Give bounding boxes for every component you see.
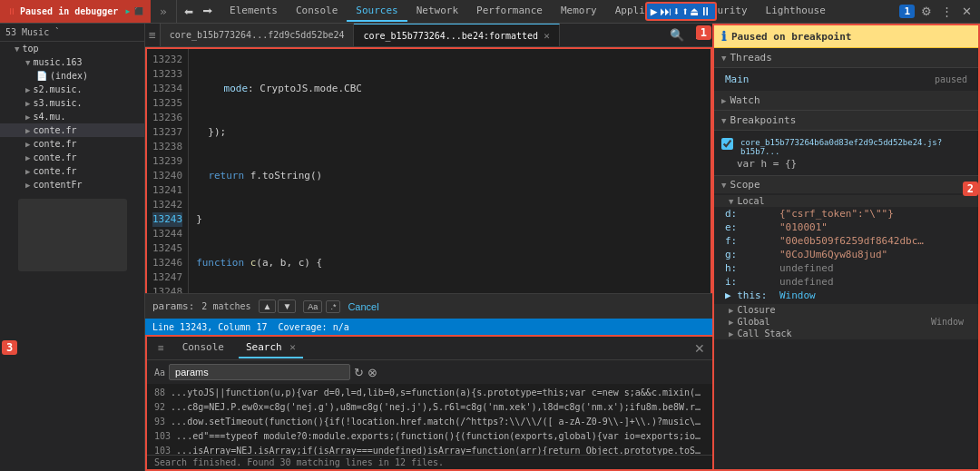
tree-item-conte2[interactable]: ▶ conte.fr — [0, 137, 144, 151]
thread-name: Main — [725, 74, 750, 85]
bp-chevron: ▼ — [721, 116, 726, 125]
regex-btn[interactable]: .* — [326, 300, 340, 313]
more-icon[interactable]: ⋮ — [938, 4, 956, 19]
top-bar: ⏸ Paused in debugger ▶ ⬛ » ⬅ ⮕ Elements … — [0, 0, 980, 24]
tree-item-conte4[interactable]: ▶ conte.fr — [0, 164, 144, 178]
bottom-panel: ≡ Console Search ✕ ✕ Aa ↻ ⊗ — [145, 335, 712, 471]
threads-label: Threads — [730, 52, 771, 64]
search-input[interactable] — [169, 364, 350, 380]
code-search-bar: params: 2 matches ▲ ▼ Aa .* Cancel — [145, 293, 712, 319]
threads-section: ▼ Threads Main paused — [714, 48, 978, 91]
close-devtools-icon[interactable]: ✕ — [959, 4, 975, 19]
threads-chevron: ▼ — [721, 54, 726, 63]
threads-header[interactable]: ▼ Threads — [714, 48, 978, 68]
tree-label: contentFr — [33, 180, 82, 190]
scope-header[interactable]: ▼ Scope — [714, 176, 978, 193]
bp-label: Breakpoints — [730, 114, 796, 126]
settings-icon[interactable]: ⚙ — [918, 4, 935, 19]
scope-f: f:"00e0b509f6259df8642dbc35620147df22677… — [714, 234, 978, 248]
scope-this[interactable]: ▶ this:Window — [714, 289, 978, 302]
code-line: } — [196, 212, 703, 227]
folder-icon: ▶ — [25, 126, 30, 135]
callstack-label: Call Stack — [737, 329, 791, 339]
tab-console[interactable]: Console — [287, 1, 347, 22]
search-clear-icon[interactable]: ⊗ — [368, 366, 377, 379]
code-content[interactable]: mode: CryptoJS.mode.CBC }); return f.toS… — [189, 49, 710, 293]
line-numbers: 13232 13233 13234 13235 13236 13237 1323… — [147, 49, 189, 293]
bottom-expand-icon[interactable]: ≡ — [154, 342, 168, 354]
tree-item-conte3[interactable]: ▶ conte.fr — [0, 151, 144, 164]
scope-h: h:undefined — [714, 261, 978, 275]
editor-tab-formatted[interactable]: core_b15b773264...be24:formatted ✕ — [354, 24, 559, 46]
result-line-88[interactable]: 88 ...ytoJS||function(u,p){var d=0,l=d,l… — [147, 386, 712, 400]
result-line-92[interactable]: 92 ...c8g=NEJ.P.ew0x=c8g('nej.g'),u8m=c8… — [147, 400, 712, 415]
breakpoint-detail: core_b15b773264b6a0d83ef2d9c5dd52be24.js… — [737, 136, 971, 170]
breakpoint-checkbox[interactable] — [721, 138, 733, 150]
center-area: ≡ core_b15b773264...f2d9c5dd52be24 core_… — [145, 24, 712, 471]
closure-header[interactable]: ▶ Closure — [714, 304, 978, 316]
folder-chevron: ▼ — [15, 44, 19, 54]
tree-label: s3.music. — [33, 98, 82, 108]
local-header[interactable]: ▼ Local — [714, 195, 978, 207]
search-tab-close-icon[interactable]: ✕ — [289, 341, 296, 353]
search-prev-btn[interactable]: ▲ — [259, 299, 277, 313]
tab-elements[interactable]: Elements — [220, 1, 287, 22]
search-in-file-icon[interactable]: 🔍 — [667, 27, 687, 43]
search-input-row: Aa ↻ ⊗ — [147, 360, 712, 384]
watch-header[interactable]: ▶ Watch — [714, 91, 978, 111]
callstack-header[interactable]: ▶ Call Stack — [714, 328, 978, 339]
search-next-btn[interactable]: ▼ — [278, 299, 296, 313]
folder-chevron: ▼ — [25, 58, 30, 67]
paused-label: Paused on breakpoint — [731, 31, 851, 43]
breakpoints-content: core_b15b773264b6a0d83ef2d9c5dd52be24.js… — [714, 131, 978, 175]
tree-item-index[interactable]: 📄 (index) — [0, 69, 144, 83]
tree-label: s2.music. — [33, 84, 82, 94]
scope-chevron: ▼ — [721, 181, 726, 190]
tab-close-icon[interactable]: ✕ — [544, 30, 550, 42]
tree-item-top[interactable]: ▼ top — [0, 42, 144, 55]
expand-btn[interactable]: » — [151, 5, 176, 18]
scope-d: d:{"csrf_token":"\""} — [714, 207, 978, 221]
bottom-tab-search[interactable]: Search ✕ — [239, 338, 303, 358]
tree-item-s4[interactable]: ▶ s4.mu. — [0, 110, 144, 123]
close-bottom-panel-btn[interactable]: ✕ — [694, 341, 705, 356]
scope-label: Scope — [730, 179, 760, 191]
result-line-93[interactable]: 93 ...dow.setTimeout(function(){if(!loca… — [147, 415, 712, 429]
breakpoints-header[interactable]: ▼ Breakpoints — [714, 111, 978, 131]
tree-item-s3[interactable]: ▶ s3.music. — [0, 96, 144, 110]
tab-memory[interactable]: Memory — [552, 1, 606, 22]
play-pause-controls[interactable]: ▶ ⏭ ⬇ ⬆ ⏏ ⏸ — [645, 2, 717, 21]
paused-label: Paused in debugger — [20, 6, 118, 16]
editor-tab-minified[interactable]: core_b15b773264...f2d9c5dd52be24 — [161, 24, 355, 46]
expand-panel-icon[interactable]: ≡ — [145, 28, 160, 42]
global-header[interactable]: ▶ Global Window — [714, 316, 978, 328]
cursor-position: Line 13243, Column 17 — [152, 322, 267, 332]
folder-icon: ▶ — [25, 99, 30, 108]
tab-performance[interactable]: Performance — [467, 1, 552, 22]
search-refresh-icon[interactable]: ↻ — [354, 366, 364, 379]
tab-network[interactable]: Network — [407, 1, 467, 22]
result-line-103b[interactable]: 103 ...isArray=NEJ.isArray;if(isArray===… — [147, 444, 712, 455]
tree-item-music163[interactable]: ▼ music.163 — [0, 55, 144, 69]
folder-icon: ▶ — [25, 140, 30, 149]
result-line-103a[interactable]: 103 ...ed"===typeof module?0:module.expo… — [147, 429, 712, 444]
scope-e: e:"010001" — [714, 221, 978, 234]
info-icon: ℹ — [721, 29, 726, 44]
tree-item-conte1[interactable]: ▶ conte.fr — [0, 123, 144, 137]
bottom-tab-console[interactable]: Console — [175, 338, 231, 358]
paused-header: ℹ Paused on breakpoint — [714, 25, 978, 48]
file-thumbnail — [18, 199, 127, 271]
file-tree-sidebar: 53 Music ` ▼ top ▼ music.163 📄 (index) ▶… — [0, 24, 145, 471]
case-sensitive-btn[interactable]: Aa — [303, 300, 322, 313]
tree-item-s2[interactable]: ▶ s2.music. — [0, 83, 144, 96]
search-match-count: 2 matches — [201, 301, 250, 311]
search-panel: Aa ↻ ⊗ 88 ...ytoJS||function(u,p){var d=… — [147, 360, 712, 469]
tree-item-contentfr[interactable]: ▶ contentFr — [0, 178, 144, 191]
tab-lighthouse[interactable]: Lighthouse — [757, 1, 835, 22]
back-btn[interactable]: ⬅ — [181, 4, 197, 20]
fwd-btn[interactable]: ⮕ — [199, 4, 217, 20]
search-cancel-btn[interactable]: Cancel — [348, 301, 378, 312]
coverage-status: Coverage: n/a — [278, 322, 348, 332]
watch-label: Watch — [730, 94, 760, 106]
tab-sources[interactable]: Sources — [347, 1, 407, 22]
